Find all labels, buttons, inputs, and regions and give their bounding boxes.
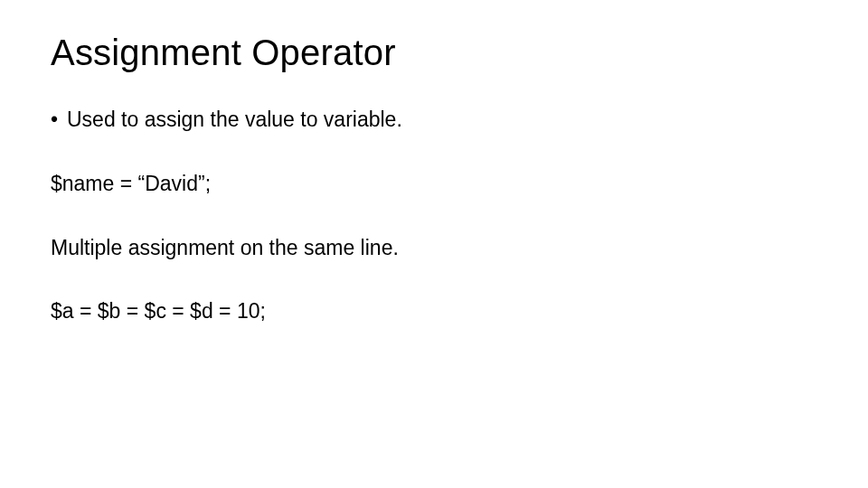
slide: Assignment Operator • Used to assign the…: [0, 0, 868, 488]
text-line-2: Multiple assignment on the same line.: [51, 235, 817, 261]
bullet-icon: •: [51, 107, 67, 133]
bullet-text-1: Used to assign the value to variable.: [67, 107, 402, 133]
bullet-line-1: • Used to assign the value to variable.: [51, 107, 817, 133]
code-line-1: $name = “David”;: [51, 171, 817, 197]
code-line-2: $a = $b = $c = $d = 10;: [51, 298, 817, 324]
slide-title: Assignment Operator: [51, 33, 817, 72]
